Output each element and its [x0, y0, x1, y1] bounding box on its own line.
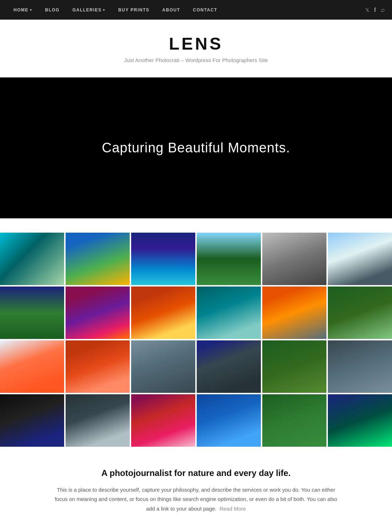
photo-cell[interactable]: [0, 340, 64, 393]
photo-cell[interactable]: [66, 394, 130, 447]
photo-cell[interactable]: [328, 340, 392, 393]
nav-left: HOME ▾ BLOG GALLERIES ▾ BUY PRINTS ABOUT…: [7, 0, 365, 20]
search-icon[interactable]: [381, 6, 385, 14]
twitter-icon[interactable]: [365, 7, 369, 13]
photo-cell[interactable]: [328, 287, 392, 339]
photo-cell[interactable]: [262, 233, 326, 285]
photo-cell[interactable]: [262, 340, 326, 393]
photo-cell[interactable]: [0, 233, 64, 285]
photo-cell[interactable]: [66, 233, 130, 285]
chevron-down-icon: ▾: [103, 8, 105, 12]
site-header: LENS Just Another Photocrati – Wordpress…: [0, 20, 392, 70]
photo-cell[interactable]: [262, 287, 326, 339]
nav-item-blog[interactable]: BLOG: [39, 0, 66, 20]
main-nav: HOME ▾ BLOG GALLERIES ▾ BUY PRINTS ABOUT…: [0, 0, 392, 20]
nav-item-about[interactable]: ABOUT: [156, 0, 186, 20]
photo-cell[interactable]: [262, 394, 326, 447]
about-section: A photojournalist for nature and every d…: [43, 468, 349, 532]
photo-cell[interactable]: [0, 287, 64, 339]
site-tagline: Just Another Photocrati – Wordpress For …: [7, 57, 385, 63]
nav-item-buy-prints[interactable]: BUY PRINTS: [112, 0, 156, 20]
photo-cell[interactable]: [131, 287, 195, 339]
nav-item-home[interactable]: HOME ▾: [7, 0, 39, 20]
read-more-link[interactable]: Read More: [220, 506, 246, 512]
photo-cell[interactable]: [131, 394, 195, 447]
hero-text: Capturing Beautiful Moments.: [102, 140, 290, 156]
nav-right: [365, 6, 385, 14]
photo-cell[interactable]: [328, 394, 392, 447]
photo-cell[interactable]: [328, 233, 392, 285]
photo-cell[interactable]: [66, 287, 130, 339]
photo-cell[interactable]: [197, 394, 261, 447]
about-body: This is a place to describe yourself, ca…: [53, 485, 339, 513]
hero-banner: Capturing Beautiful Moments.: [0, 77, 392, 218]
nav-item-galleries[interactable]: GALLERIES ▾: [66, 0, 112, 20]
site-title: LENS: [7, 34, 385, 54]
photo-cell[interactable]: [131, 340, 195, 393]
facebook-icon[interactable]: [374, 7, 376, 13]
photo-cell[interactable]: [197, 340, 261, 393]
nav-item-contact[interactable]: CONTACT: [186, 0, 223, 20]
photo-cell[interactable]: [197, 287, 261, 339]
photo-cell[interactable]: [66, 340, 130, 393]
about-heading: A photojournalist for nature and every d…: [53, 468, 339, 478]
photo-grid: [0, 233, 392, 447]
photo-cell[interactable]: [197, 233, 261, 285]
chevron-down-icon: ▾: [30, 8, 32, 12]
photo-cell[interactable]: [0, 394, 64, 447]
photo-cell[interactable]: [131, 233, 195, 285]
